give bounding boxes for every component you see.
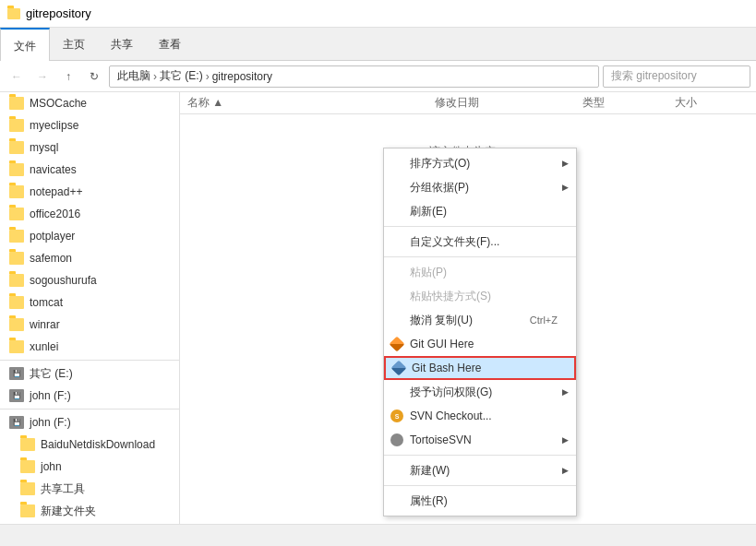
folder-icon [20, 438, 35, 451]
menu-item-git-bash[interactable]: Git Bash Here [384, 356, 576, 380]
menu-item-customize[interactable]: 自定义文件夹(F)... [384, 230, 576, 254]
drive-icon-f: 💾 [9, 389, 24, 402]
sidebar-item-mysql[interactable]: mysql [0, 136, 179, 159]
sidebar-item-safemon[interactable]: safemon [0, 247, 179, 269]
sidebar-item-sogoushurufa[interactable]: sogoushurufa [0, 269, 179, 291]
menu-separator-4 [384, 485, 576, 486]
folder-icon [20, 482, 35, 495]
sidebar-item-xunlei[interactable]: xunlei [0, 336, 179, 358]
folder-icon [9, 318, 24, 331]
menu-separator-1 [384, 226, 576, 227]
address-bar: ← → ↑ ↻ 此电脑 › 其它 (E:) › gitrepository 搜索… [0, 61, 756, 92]
folder-icon [9, 252, 24, 265]
tab-view[interactable]: 查看 [146, 28, 194, 61]
sidebar-item-drive-f[interactable]: 💾 john (F:) [0, 385, 179, 407]
folder-icon [20, 504, 35, 517]
tab-file[interactable]: 文件 [0, 28, 50, 61]
sidebar-item-tomcat[interactable]: tomcat [0, 291, 179, 314]
folder-icon [20, 460, 35, 473]
folder-icon [9, 163, 24, 176]
sidebar-item-myeclipse[interactable]: myeclipse [0, 114, 179, 136]
menu-item-properties[interactable]: 属性(R) [384, 489, 576, 513]
undo-shortcut: Ctrl+Z [530, 315, 558, 326]
menu-separator-2 [384, 256, 576, 257]
git-gui-icon [390, 337, 404, 351]
sidebar-item-potplayer[interactable]: potplayer [0, 225, 179, 247]
menu-item-paste-shortcut[interactable]: 粘贴快捷方式(S) [384, 284, 576, 308]
path-segment-1: 其它 (E:) [160, 68, 203, 84]
menu-item-new[interactable]: 新建(W) [384, 458, 576, 482]
context-menu-overlay: 排序方式(O) 分组依据(P) 刷新(E) 自定义文件夹(F)... [180, 92, 756, 524]
main-area: MSOCache myeclipse mysql navicates notep… [0, 92, 756, 524]
sidebar-item-navicates[interactable]: navicates [0, 159, 179, 181]
drive-icon-f2: 💾 [9, 416, 24, 429]
refresh-button[interactable]: ↻ [83, 65, 105, 88]
sidebar-divider [0, 360, 179, 361]
title-bar-text: gitrepository [26, 6, 91, 20]
sidebar-item-office2016[interactable]: office2016 [0, 203, 179, 225]
svn-icon: S [390, 409, 404, 423]
sidebar-divider-2 [0, 409, 179, 410]
menu-item-svn-checkout[interactable]: S SVN Checkout... [384, 404, 576, 428]
folder-icon [9, 208, 24, 220]
address-path[interactable]: 此电脑 › 其它 (E:) › gitrepository [109, 65, 599, 88]
search-placeholder: 搜索 gitrepository [611, 68, 697, 84]
sidebar-item-drive-f2[interactable]: 💾 john (F:) [0, 411, 179, 433]
context-menu: 排序方式(O) 分组依据(P) 刷新(E) 自定义文件夹(F)... [383, 148, 577, 516]
forward-button[interactable]: → [31, 65, 54, 88]
menu-item-access[interactable]: 授予访问权限(G) [384, 380, 576, 404]
sidebar-item-msocache[interactable]: MSOCache [0, 92, 179, 114]
folder-icon [9, 97, 24, 110]
menu-item-undo[interactable]: 撤消 复制(U) Ctrl+Z [384, 308, 576, 332]
tab-share[interactable]: 共享 [98, 28, 146, 61]
menu-item-paste[interactable]: 粘贴(P) [384, 260, 576, 284]
sidebar-item-drive-e[interactable]: 💾 其它 (E:) [0, 362, 179, 385]
sidebar-item-john[interactable]: john [0, 456, 179, 478]
title-bar: gitrepository [0, 0, 756, 28]
sidebar-item-baidu[interactable]: BaiduNetdiskDownload [0, 433, 179, 456]
title-bar-icon [7, 8, 20, 19]
status-bar [0, 524, 756, 546]
menu-item-tortoisesvn[interactable]: TortoiseSVN [384, 428, 576, 452]
sidebar-item-notepadpp[interactable]: notepad++ [0, 181, 179, 203]
sidebar-item-gongxianggongju[interactable]: 共享工具 [0, 478, 179, 500]
folder-icon [9, 119, 24, 132]
folder-icon [9, 296, 24, 309]
folder-icon [9, 230, 24, 243]
content-area: 名称 ▲ 修改日期 类型 大小 该文件夹为空。 排序方式(O) [180, 92, 756, 524]
sidebar-item-yidongyingpan[interactable]: 移动硬盘 [0, 522, 179, 524]
menu-item-refresh[interactable]: 刷新(E) [384, 199, 576, 223]
sidebar-item-xinjianwenjianjia[interactable]: 新建文件夹 [0, 500, 179, 522]
menu-item-git-gui[interactable]: Git GUI Here [384, 332, 576, 356]
up-button[interactable]: ↑ [57, 65, 79, 88]
ribbon: 文件 主页 共享 查看 [0, 28, 756, 61]
folder-icon [9, 185, 24, 198]
folder-icon [9, 141, 24, 154]
sidebar: MSOCache myeclipse mysql navicates notep… [0, 92, 180, 524]
tortoise-icon [390, 433, 404, 447]
git-bash-icon [391, 361, 406, 375]
menu-item-group[interactable]: 分组依据(P) [384, 175, 576, 199]
path-segment-2: gitrepository [212, 70, 272, 83]
tab-home[interactable]: 主页 [50, 28, 98, 61]
search-box[interactable]: 搜索 gitrepository [603, 65, 750, 88]
back-button[interactable]: ← [6, 65, 28, 88]
folder-icon [9, 340, 24, 353]
folder-icon [9, 274, 24, 287]
drive-icon-e: 💾 [9, 367, 24, 380]
sidebar-item-winrar[interactable]: winrar [0, 314, 179, 336]
menu-item-sort[interactable]: 排序方式(O) [384, 151, 576, 175]
menu-separator-3 [384, 455, 576, 456]
path-segment-0: 此电脑 [117, 68, 150, 84]
